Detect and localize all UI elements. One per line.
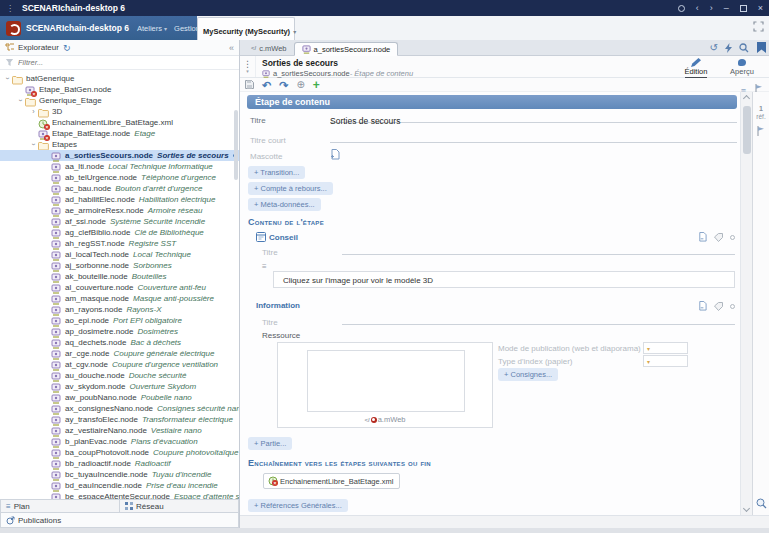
tree-item[interactable]: ak_bouteille.node Bouteilles xyxy=(0,271,239,282)
refresh-icon[interactable]: ↻ xyxy=(63,43,71,53)
close-icon[interactable]: × xyxy=(758,0,763,16)
tree-item[interactable]: bb_radioactif.node Radioactif xyxy=(0,458,239,469)
tree-item[interactable]: × Etape_BatEtage.node Etage xyxy=(0,128,239,139)
titre-field[interactable] xyxy=(330,110,737,123)
resource-placeholder[interactable] xyxy=(307,350,465,412)
tree-item[interactable]: au_douche.node Douche sécurité xyxy=(0,370,239,381)
tree-item[interactable]: ai_localTech.node Local Technique xyxy=(0,249,239,260)
tab-cmweb[interactable]: </ c.mWeb xyxy=(244,41,294,55)
chevron-down-icon[interactable]: ▾ xyxy=(293,29,296,35)
conseil-titre-field[interactable] xyxy=(342,244,735,255)
tree-item[interactable]: ao_epi.node Port EPI obligatoire xyxy=(0,315,239,326)
tree-item[interactable]: ae_armoireResx.node Armoire réseau xyxy=(0,205,239,216)
add-references-generales-button[interactable]: + Références Générales... xyxy=(248,499,348,512)
conseil-block-header[interactable]: Conseil xyxy=(256,232,298,242)
tree-item[interactable]: ad_habilitElec.node Habilitation électri… xyxy=(0,194,239,205)
tree-item[interactable]: › Generique_Etage xyxy=(0,95,239,106)
tag-icon[interactable] xyxy=(714,302,723,311)
tree-item[interactable]: × EnchainementLibre_BatEtage.xml xyxy=(0,117,239,128)
scrollbar-thumb[interactable] xyxy=(743,106,751,154)
conseil-text[interactable]: Cliquez sur l'image pour voir le modèle … xyxy=(273,271,735,288)
information-titre-field[interactable] xyxy=(342,314,735,325)
tab-edition[interactable]: Édition xyxy=(673,58,719,78)
scroll-up-icon[interactable] xyxy=(743,95,750,102)
tree-item[interactable]: az_vestiaireNano.node Vestiaire nano xyxy=(0,425,239,436)
tree-item[interactable]: › batGenerique xyxy=(0,73,239,84)
minimize-icon[interactable]: – xyxy=(724,0,729,16)
locate-icon[interactable]: ⊕ xyxy=(296,79,304,90)
tree-item[interactable]: at_cgv.node Coupure d'urgence ventilatio… xyxy=(0,359,239,370)
zoom-icon[interactable] xyxy=(756,498,767,509)
ref-label[interactable]: réf. xyxy=(753,113,769,120)
collapse-panel-icon[interactable]: « xyxy=(229,43,234,53)
insert-file-icon[interactable] xyxy=(698,232,707,242)
workspace-tab-mysecurity[interactable]: MySecurity (MySecurity)▾ Topaze 4 (fr-FR… xyxy=(197,17,295,40)
tree-item[interactable]: an_rayons.node Rayons-X xyxy=(0,304,239,315)
bottom-tab-publications[interactable]: Publications xyxy=(0,513,239,528)
history-icon[interactable]: ↺ xyxy=(710,42,718,53)
save-icon[interactable] xyxy=(245,80,254,89)
tree-item[interactable]: bc_tuyauIncendie.node Tuyau d'incendie xyxy=(0,469,239,480)
tab-apercu[interactable]: Aperçu xyxy=(719,58,765,76)
tree-item[interactable]: ab_telUrgence.node Téléphone d'urgence xyxy=(0,172,239,183)
tree-item[interactable]: › Etapes xyxy=(0,139,239,150)
tree-item[interactable]: ah_regSST.node Registre SST xyxy=(0,238,239,249)
redo-icon[interactable]: ↷ xyxy=(279,80,288,90)
titre-court-field[interactable] xyxy=(330,130,737,143)
search-icon[interactable] xyxy=(739,43,749,53)
filter-input[interactable] xyxy=(18,58,198,67)
tree-item[interactable]: ax_consignesNano.node Consignes sécurité… xyxy=(0,403,239,414)
add-transition-button[interactable]: + Transition... xyxy=(248,166,305,179)
tree-item[interactable]: aj_sorbonne.node Sorbonnes xyxy=(0,260,239,271)
titlebar-menu-icon[interactable]: ⋮ xyxy=(6,4,14,13)
tree-item[interactable]: ap_dosimetre.node Dosimètres xyxy=(0,326,239,337)
bookmark-icon[interactable] xyxy=(757,42,766,53)
nav-forward-icon[interactable]: › xyxy=(710,0,713,16)
file-insert-icon[interactable] xyxy=(330,149,340,160)
flag-icon[interactable] xyxy=(757,126,765,136)
explorer-scrollbar[interactable] xyxy=(234,110,238,180)
tree-item[interactable]: ac_bau.node Bouton d'arrêt d'urgence xyxy=(0,183,239,194)
item-menu-button[interactable]: ⋮ ▾ xyxy=(240,56,256,77)
undo-icon[interactable]: ↶ xyxy=(262,80,271,90)
tree-item[interactable]: b_planEvac.node Plans d'évacuation xyxy=(0,436,239,447)
tag-icon[interactable] xyxy=(714,233,723,242)
add-meta-donnees-button[interactable]: + Méta-données... xyxy=(248,198,321,211)
maximize-icon[interactable] xyxy=(740,5,747,12)
add-consignes-button[interactable]: + Consignes... xyxy=(498,368,558,381)
information-block-header[interactable]: Information xyxy=(256,301,300,310)
tree-item[interactable]: aq_dechets.node Bac à déchets xyxy=(0,337,239,348)
nav-back-icon[interactable]: ‹ xyxy=(696,0,699,16)
tree-item[interactable]: af_ssi.node Système Sécurité Incendie xyxy=(0,216,239,227)
circle-icon[interactable] xyxy=(730,304,735,309)
circle-icon[interactable] xyxy=(730,235,735,240)
tree-item[interactable]: ag_clefBiblio.node Clé de Bibliothèque xyxy=(0,227,239,238)
tree-item[interactable]: a_sortiesSecours.node Sorties de secours xyxy=(0,150,239,161)
tree-item[interactable]: be_espaceAttenteSecur.node Espace d'atte… xyxy=(0,491,239,499)
window-pin-icon[interactable] xyxy=(678,5,685,12)
tree-item[interactable]: al_couverture.node Couverture anti-feu xyxy=(0,282,239,293)
fullscreen-icon[interactable] xyxy=(753,21,764,32)
type-index-select[interactable]: ▾ xyxy=(643,355,688,367)
menu-ateliers[interactable]: Ateliers ▾ xyxy=(137,24,167,33)
tree-item[interactable]: ay_transfoElec.node Transformateur élect… xyxy=(0,414,239,425)
tree-caret-icon[interactable]: › xyxy=(29,106,38,117)
add-icon[interactable]: + xyxy=(313,80,320,90)
scroll-down-icon[interactable] xyxy=(743,505,750,512)
tree-item[interactable]: ar_cge.node Coupure générale électrique xyxy=(0,348,239,359)
add-compte-a-rebours-button[interactable]: + Compte à rebours... xyxy=(248,182,333,195)
tab-sorties-secours-node[interactable]: a_sortiesSecours.node xyxy=(294,42,399,56)
tree-item[interactable]: › 3D xyxy=(0,106,239,117)
tree-item[interactable]: am_masque.node Masque anti-poussière xyxy=(0,293,239,304)
tree-item[interactable]: av_skydom.node Ouverture Skydom xyxy=(0,381,239,392)
tree-item[interactable]: aw_poubNano.node Poubelle nano xyxy=(0,392,239,403)
tree-item[interactable]: × Etape_BatGen.node xyxy=(0,84,239,95)
tree-item[interactable]: ba_coupPhotovolt.node Coupure photovolta… xyxy=(0,447,239,458)
bottom-tab-reseau[interactable]: Réseau xyxy=(120,499,239,513)
tree-item[interactable]: bd_eauIncendie.node Prise d'eau incendie xyxy=(0,480,239,491)
enchainement-item[interactable]: × EnchainementLibre_BatEtage.xml xyxy=(263,473,400,489)
lightning-icon[interactable] xyxy=(725,43,732,53)
insert-file-icon[interactable] xyxy=(698,301,707,311)
add-partie-button[interactable]: + Partie... xyxy=(248,437,292,450)
tree-item[interactable]: aa_lti.node Local Technique Informatique xyxy=(0,161,239,172)
